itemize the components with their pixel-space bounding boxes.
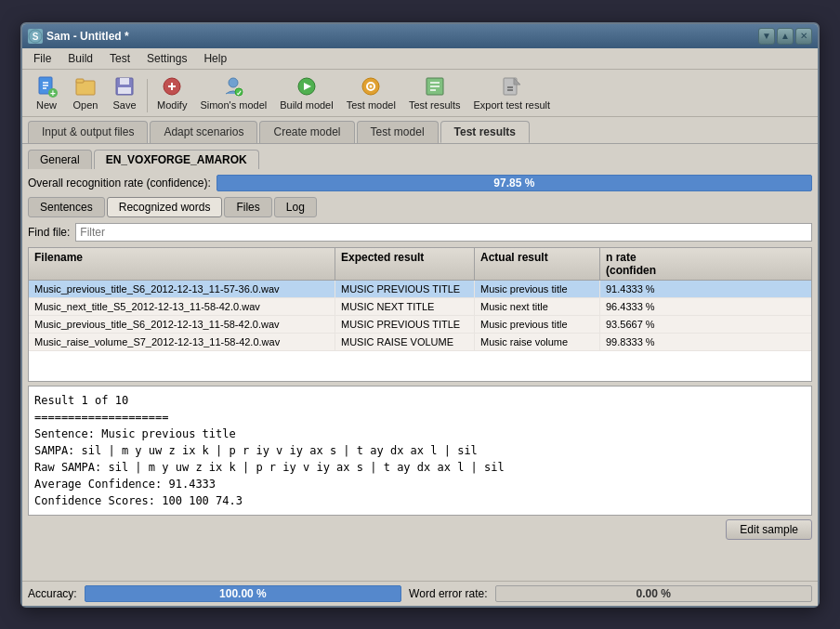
svg-text:S: S — [33, 32, 39, 42]
modify-button[interactable]: Modify — [151, 73, 192, 112]
tab-adapt-scenarios[interactable]: Adapt scenarios — [150, 121, 257, 143]
build-model-button[interactable]: Build model — [274, 73, 338, 112]
cell-filename-1: Music_next_title_S5_2012-12-13_11-58-42.… — [29, 298, 335, 315]
test-results-icon — [424, 75, 446, 98]
new-button[interactable]: + New — [28, 73, 65, 112]
save-button[interactable]: Save — [106, 73, 143, 112]
test-model-icon — [360, 75, 382, 98]
minimize-button[interactable]: ▼ — [758, 28, 775, 45]
cell-rate-1: 96.4333 % — [600, 298, 689, 315]
filter-input[interactable] — [75, 223, 812, 242]
tab-test-results[interactable]: Test results — [440, 121, 530, 143]
filter-label: Find file: — [28, 226, 70, 239]
tab-recognized-words[interactable]: Recognized words — [107, 197, 223, 217]
cell-filename-3: Music_raise_volume_S7_2012-12-13_11-58-4… — [29, 334, 335, 350]
build-model-label: Build model — [280, 99, 333, 111]
menu-settings[interactable]: Settings — [139, 50, 194, 67]
new-icon: + — [35, 75, 58, 98]
recognition-rate-row: Overall recognition rate (confidence): 9… — [28, 175, 812, 191]
export-label: Export test result — [474, 99, 551, 111]
wer-bar: 0.00 % — [495, 585, 812, 602]
close-button[interactable]: ✕ — [795, 28, 812, 45]
export-icon — [501, 75, 523, 98]
menu-build[interactable]: Build — [60, 50, 100, 67]
toolbar-sep-1 — [147, 79, 148, 112]
results-table: Filename Expected result Actual result n… — [28, 247, 812, 382]
open-button[interactable]: Open — [67, 73, 104, 112]
save-label: Save — [112, 99, 136, 111]
tab-sentences[interactable]: Sentences — [28, 197, 105, 217]
cell-rate-3: 99.8333 % — [600, 334, 689, 350]
main-window: S Sam - Untitled * ▼ ▲ ✕ File Build Test… — [20, 22, 820, 608]
table-row[interactable]: Music_previous_title_S6_2012-12-13_11-57… — [29, 281, 811, 298]
simons-model-button[interactable]: ✓ Simon's model — [194, 73, 272, 112]
sub-tab-bar: General EN_VOXFORGE_AMAROK — [28, 150, 812, 169]
inner-tab-bar: Sentences Recognized words Files Log — [28, 197, 812, 217]
col-header-filename: Filename — [29, 248, 335, 280]
svg-text:+: + — [50, 88, 56, 98]
svg-text:✓: ✓ — [236, 88, 243, 97]
save-icon — [113, 75, 136, 98]
subtab-en-voxforge[interactable]: EN_VOXFORGE_AMAROK — [94, 150, 259, 169]
new-label: New — [36, 99, 57, 111]
restore-button[interactable]: ▲ — [777, 28, 794, 45]
recognition-rate-value: 97.85 % — [493, 177, 534, 190]
wer-value: 0.00 % — [637, 587, 671, 600]
cell-expected-2: MUSIC PREVIOUS TITLE — [335, 316, 475, 333]
cell-filename-2: Music_previous_title_S6_2012-12-13_11-58… — [29, 316, 335, 333]
modify-label: Modify — [157, 99, 187, 111]
tab-log[interactable]: Log — [274, 197, 317, 217]
status-bar: Accuracy: 100.00 % Word error rate: 0.00… — [22, 581, 818, 606]
menubar: File Build Test Settings Help — [22, 48, 818, 70]
edit-sample-button[interactable]: Edit sample — [726, 519, 812, 540]
test-results-label: Test results — [409, 99, 461, 111]
menu-file[interactable]: File — [26, 50, 59, 67]
cell-actual-2: Music previous title — [475, 316, 600, 333]
cell-actual-1: Music next title — [475, 298, 600, 315]
table-row[interactable]: Music_next_title_S5_2012-12-13_11-58-42.… — [29, 298, 811, 316]
tab-test-model[interactable]: Test model — [357, 121, 439, 143]
tab-files[interactable]: Files — [224, 197, 271, 217]
svg-rect-9 — [76, 79, 84, 83]
cell-rate-2: 93.5667 % — [600, 316, 689, 333]
filter-row: Find file: — [28, 223, 812, 242]
col-header-actual: Actual result — [475, 248, 600, 280]
col-header-rate: n rate (confiden — [600, 248, 689, 280]
cell-expected-0: MUSIC PREVIOUS TITLE — [335, 281, 475, 297]
export-button[interactable]: Export test result — [468, 73, 557, 112]
main-tab-bar: Input & output files Adapt scenarios Cre… — [22, 117, 818, 144]
window-title: Sam - Untitled * — [46, 30, 129, 43]
simons-model-icon: ✓ — [222, 75, 244, 98]
svg-rect-12 — [118, 87, 131, 94]
edit-button-row: Edit sample — [28, 519, 812, 540]
app-icon: S — [28, 29, 43, 44]
svg-point-16 — [229, 78, 238, 87]
window-controls: ▼ ▲ ✕ — [758, 28, 812, 45]
test-results-button[interactable]: Test results — [403, 73, 466, 112]
cell-rate-0: 91.4333 % — [600, 281, 689, 297]
cell-filename-0: Music_previous_title_S6_2012-12-13_11-57… — [29, 281, 335, 297]
accuracy-value: 100.00 % — [219, 587, 267, 600]
content-area: General EN_VOXFORGE_AMAROK Overall recog… — [22, 144, 818, 581]
cell-expected-1: MUSIC NEXT TITLE — [335, 298, 475, 315]
accuracy-bar: 100.00 % — [85, 585, 401, 602]
cell-actual-3: Music raise volume — [475, 334, 600, 350]
cell-expected-3: MUSIC RAISE VOLUME — [335, 334, 475, 350]
titlebar-left: S Sam - Untitled * — [28, 29, 129, 44]
table-row[interactable]: Music_previous_title_S6_2012-12-13_11-58… — [29, 316, 811, 334]
subtab-general[interactable]: General — [28, 150, 92, 169]
open-icon — [74, 75, 97, 98]
table-row[interactable]: Music_raise_volume_S7_2012-12-13_11-58-4… — [29, 334, 811, 351]
test-model-button[interactable]: Test model — [341, 73, 401, 112]
test-model-label: Test model — [347, 99, 396, 111]
tab-input-output[interactable]: Input & output files — [28, 121, 148, 143]
toolbar: + New Open Save Modi — [22, 70, 818, 117]
svg-point-23 — [370, 85, 373, 87]
cell-actual-0: Music previous title — [475, 281, 600, 297]
build-model-icon — [295, 75, 318, 98]
menu-help[interactable]: Help — [196, 50, 234, 67]
modify-icon — [161, 75, 183, 98]
col-header-expected: Expected result — [335, 248, 475, 280]
tab-create-model[interactable]: Create model — [259, 121, 354, 143]
menu-test[interactable]: Test — [102, 50, 138, 67]
